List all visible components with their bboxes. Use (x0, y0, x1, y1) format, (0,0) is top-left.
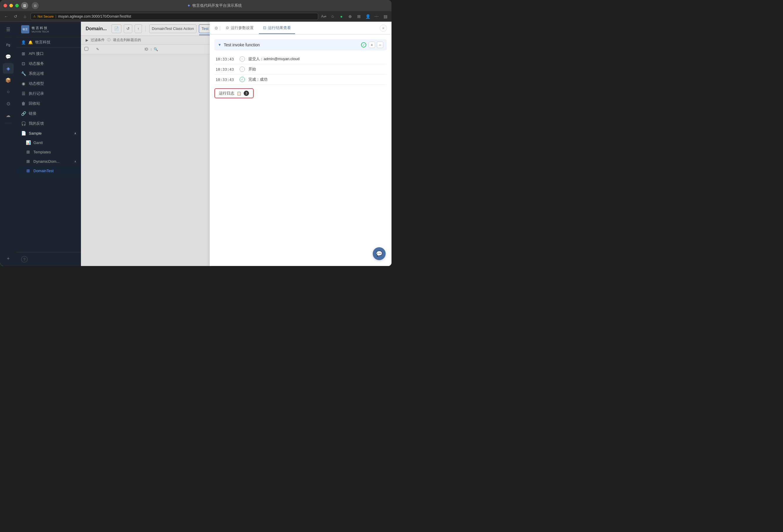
home-button[interactable]: ⌂ (21, 12, 29, 20)
main-content: Domain... 📄 ↺ ↑ DomainTest Class Action … (81, 22, 392, 266)
tab-run-params-label: 运行参数设置 (231, 25, 254, 31)
side-panel: ⚙ | ⊙ 运行参数设置 ⊡ 运行结果查看 × (210, 22, 392, 266)
nav-label-ops: 系统运维 (29, 71, 44, 76)
nav-item-api[interactable]: ⊞ API 接口 (17, 49, 81, 59)
nav-item-sample[interactable]: 📄 Sample ∧ (17, 128, 81, 138)
tab-run-params[interactable]: ⊙ 运行参数设置 (222, 22, 258, 34)
sidebar-divider (5, 37, 12, 37)
tab-class-action-label: DomainTest Class Action (152, 26, 194, 31)
icon-sidebar: ☰ Pg 💬 ◈ 📦 ○ ⊙ ☁ ＋ (0, 22, 17, 266)
nav-item-dynamic-service[interactable]: ⊡ 动态服务 (17, 59, 81, 69)
sidebar-divider-2 (5, 123, 12, 123)
link-icon: 🔗 (21, 111, 26, 116)
sidebar-icon-github[interactable]: ⊙ (3, 98, 13, 109)
sidebar-icon-box[interactable]: 📦 (3, 75, 13, 85)
sidebar-icon-pg[interactable]: Pg (3, 40, 13, 50)
nav-label-dynamic-dom: DynamicDom... (33, 159, 60, 164)
log-text-1: 提交人：admin@muyan.cloud (248, 56, 300, 62)
nav-section: ⊞ API 接口 ⊡ 动态服务 🔧 系统运维 ◉ 动态模型 ☰ 执行记录 (17, 48, 81, 252)
collapse-icon[interactable]: ▶ (86, 38, 88, 42)
nav-item-dynamic-model[interactable]: ◉ 动态模型 (17, 79, 81, 89)
sidebar-icon-api[interactable]: ◈ (3, 63, 13, 73)
minimize-button[interactable] (9, 4, 13, 7)
settings-gear-icon: ⚙ (214, 26, 218, 31)
nav-item-recycle[interactable]: 🗑 回收站 (17, 98, 81, 108)
log-clock-icon-1: ○ (240, 56, 245, 62)
extension-icon[interactable]: ● (338, 12, 345, 20)
maximize-button[interactable] (15, 4, 19, 7)
col-edit: ✎ (93, 44, 141, 54)
browser-window: 🖼 ⊡ ✦ 牧言低代码开发平台演示系统 ← ↺ ⌂ ⚠ Not Secure |… (0, 0, 392, 266)
log-time-1: 10:33:43 (216, 57, 236, 61)
select-all-checkbox[interactable] (85, 47, 88, 51)
screen-share-icon: ⊡ (32, 2, 39, 9)
filter-info-icon: ⓘ (107, 37, 111, 42)
log-entry-3: 10:33:43 ✓ 完成：成功 (214, 74, 387, 85)
tab-icon[interactable]: ⊞ (355, 12, 363, 20)
nav-item-dynamic-dom[interactable]: ⊞ DynamicDom... ∧ (17, 157, 81, 166)
log-text-3: 完成：成功 (248, 77, 268, 82)
security-warning-icon: ⚠ (33, 15, 36, 18)
sidebar-icon-circle[interactable]: ○ (3, 87, 13, 97)
panel-close-button[interactable]: × (380, 25, 387, 32)
bookmark-icon[interactable]: ☆ (329, 12, 336, 20)
sidebar-icon-menu[interactable]: ☰ (3, 24, 13, 35)
user-icon: 👤 (21, 40, 26, 44)
exec-record-icon: ☰ (21, 91, 26, 96)
run-log-button[interactable]: 运行日志 📋 3 (214, 88, 254, 98)
sidebar-icon-cloud[interactable]: ☁ (3, 110, 13, 121)
nav-label-dynamic-model: 动态模型 (29, 81, 44, 86)
section-remove-button[interactable]: − (377, 42, 383, 48)
sidebar-icon[interactable]: ▤ (381, 12, 389, 20)
section-add-button[interactable]: + (369, 42, 375, 48)
tab-run-results[interactable]: ⊡ 运行结果查看 (259, 22, 295, 34)
nav-item-domain-test[interactable]: ⊞ DomainTest (17, 166, 81, 176)
nav-user-row[interactable]: 👤 🔔 牧言科技 (17, 37, 81, 48)
refresh-button[interactable]: ↺ (12, 12, 19, 20)
dynamic-dom-icon: ⊞ (26, 159, 31, 164)
log-copy-icon: 📋 (237, 91, 241, 96)
log-clock-icon-2: ○ (240, 67, 245, 72)
page-title: Domain... (86, 26, 107, 31)
panel-content: ▼ Test invoke function ✓ + − 10:33:43 ○ … (210, 35, 392, 266)
profile-icon[interactable]: 👤 (364, 12, 372, 20)
address-bar[interactable]: ⚠ Not Secure | muyan.agileage.com:3000/1… (31, 13, 318, 20)
nav-icons: A⇌ ☆ ● ⊕ ⊞ 👤 ⋯ ▤ (320, 12, 389, 20)
section-title: Test invoke function (224, 42, 359, 47)
chat-float-button[interactable]: 💬 (373, 247, 386, 260)
tab-class-action[interactable]: DomainTest Class Action (149, 24, 197, 33)
nav-item-link[interactable]: 🔗 链接 (17, 108, 81, 119)
panel-tabs: ⚙ | ⊙ 运行参数设置 ⊡ 运行结果查看 × (210, 22, 392, 35)
sidebar-icon-add[interactable]: ＋ (3, 253, 13, 264)
results-icon: ⊡ (263, 26, 266, 30)
nav-label-gantt: Gantt (33, 140, 43, 145)
run-log-count-badge: 3 (244, 91, 249, 96)
nav-label-dynamic-service: 动态服务 (29, 61, 44, 66)
section-header-row[interactable]: ▼ Test invoke function ✓ + − (214, 39, 387, 51)
nav-item-gantt[interactable]: 📊 Gantt (17, 138, 81, 147)
log-time-3: 10:33:43 (216, 77, 236, 82)
nav-item-feedback[interactable]: 🎧 我的反馈 (17, 119, 81, 128)
toolbar-separator-1 (146, 26, 146, 32)
nav-item-ops[interactable]: 🔧 系统运维 (17, 69, 81, 79)
toolbar-btn-refresh[interactable]: ↺ (124, 24, 132, 33)
security-warning-text: Not Secure (37, 15, 54, 18)
translate-icon[interactable]: A⇌ (320, 12, 327, 20)
more-icon[interactable]: ⋯ (373, 12, 380, 20)
nav-label-recycle: 回收站 (29, 101, 40, 106)
nav-label-templates: Templates (33, 150, 51, 154)
sidebar-icon-chat[interactable]: 💬 (3, 51, 13, 62)
puzzle-icon[interactable]: ⊕ (346, 12, 354, 20)
log-entry-2: 10:33:43 ○ 开始 (214, 64, 387, 74)
nav-help[interactable]: ? (17, 252, 81, 266)
toolbar-btn-upload[interactable]: ↑ (135, 24, 142, 33)
nav-item-templates[interactable]: ⊞ Templates (17, 147, 81, 157)
close-button[interactable] (3, 4, 7, 7)
back-button[interactable]: ← (2, 12, 10, 20)
section-chevron-icon: ▼ (218, 43, 221, 47)
nav-item-exec-record[interactable]: ☰ 执行记录 (17, 89, 81, 98)
dynamic-service-icon: ⊡ (21, 61, 26, 66)
window-title: ✦ 牧言低代码开发平台演示系统 (41, 3, 388, 8)
domain-test-icon: ⊞ (26, 168, 31, 173)
toolbar-btn-document[interactable]: 📄 (112, 24, 121, 33)
